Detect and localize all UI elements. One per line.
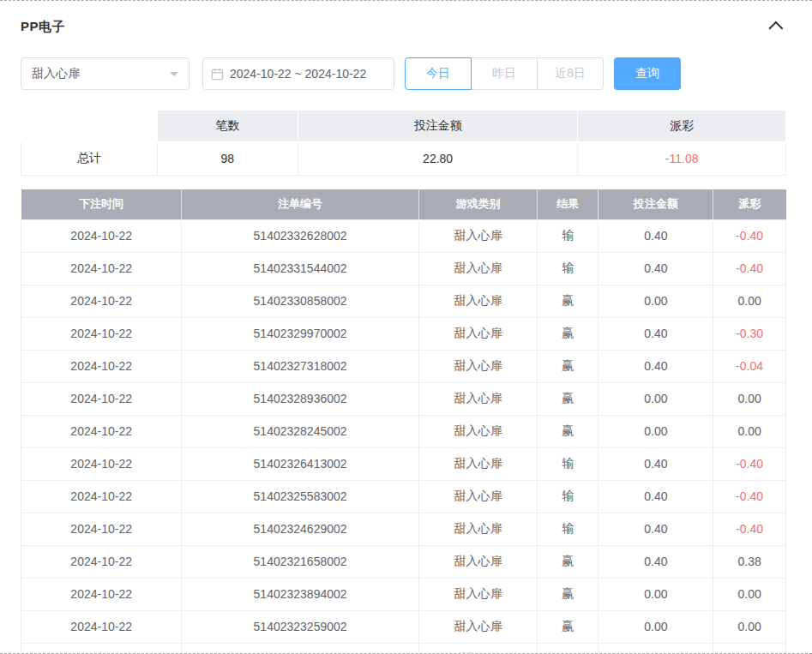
- summary-total-payout: -11.08: [578, 142, 786, 176]
- table-row: 2024-10-2251402321658002甜入心扉赢0.400.38: [21, 545, 786, 578]
- summary-header-row: 笔数 投注金额 派彩: [21, 111, 786, 142]
- cell-bet: 0.40: [598, 252, 713, 285]
- cell-game: 甜入心扉: [418, 415, 537, 447]
- quick-button-1[interactable]: 昨日: [471, 57, 538, 90]
- table-row: 2024-10-2251402328245002甜入心扉赢0.000.00: [21, 415, 786, 447]
- chevron-up-icon: [768, 21, 783, 36]
- column-header: 投注金额: [598, 189, 713, 219]
- cell-bet: [598, 643, 713, 654]
- cell-time: 2024-10-22: [21, 610, 182, 643]
- summary-total-row: 总计 98 22.80 -11.08: [21, 142, 786, 176]
- cell-game: 甜入心扉: [418, 252, 537, 285]
- cell-order: 51402329970002: [182, 317, 419, 350]
- cell-payout: -0.40: [713, 480, 786, 513]
- cell-game: 甜入心扉: [418, 610, 537, 643]
- cell-time: 2024-10-22: [21, 480, 182, 513]
- calendar-icon: [211, 68, 224, 81]
- cell-result: 赢: [538, 382, 598, 415]
- cell-result: 输: [538, 447, 598, 480]
- table-row: 2024-10-2251402326413002甜入心扉输0.40-0.40: [21, 447, 786, 480]
- cell-order: 51402325583002: [182, 480, 419, 513]
- cell-game: 甜入心扉: [418, 513, 537, 545]
- cell-order: 51402321658002: [182, 545, 419, 578]
- cell-game: 甜入心扉: [418, 480, 537, 513]
- quick-button-0[interactable]: 今日: [405, 57, 472, 90]
- cell-payout: -0.04: [713, 350, 786, 382]
- bets-table-header-row: 下注时间注单编号游戏类别结果投注金额派彩: [21, 189, 786, 219]
- summary-total-bet-amount: 22.80: [298, 142, 577, 176]
- game-select[interactable]: 甜入心扉: [21, 57, 189, 90]
- cell-game: 甜入心扉: [418, 317, 537, 350]
- cell-time: 2024-10-22: [21, 350, 182, 382]
- cell-time: 2024-10-22: [21, 513, 182, 545]
- cell-bet: 0.40: [598, 480, 713, 513]
- cell-payout: -0.40: [713, 219, 786, 252]
- cell-bet: 0.00: [598, 610, 713, 643]
- summary-header-blank: [21, 111, 158, 142]
- cell-game: 甜入心扉: [418, 578, 537, 610]
- table-row: 2024-10-2251402323259002甜入心扉赢0.000.00: [21, 610, 786, 643]
- table-row: 2024-10-2251402324629002甜入心扉输0.40-0.40: [21, 513, 786, 545]
- cell-game: 甜入心扉: [418, 285, 537, 317]
- table-row: 2024-10-2251402331544002甜入心扉输0.40-0.40: [21, 252, 786, 285]
- cell-bet: 0.40: [598, 317, 713, 350]
- cell-result: 赢: [538, 317, 598, 350]
- cell-payout: 0.00: [713, 382, 786, 415]
- cell-order: 51402330858002: [182, 285, 419, 317]
- cell-result: 输: [538, 252, 598, 285]
- cell-result: 输: [538, 219, 598, 252]
- collapse-button[interactable]: [769, 18, 786, 35]
- column-header: 游戏类别: [418, 189, 537, 219]
- summary-table: 笔数 投注金额 派彩 总计 98 22.80 -11.08: [21, 110, 786, 176]
- cell-order: 51402332628002: [182, 219, 419, 252]
- cell-payout: -0.40: [713, 447, 786, 480]
- query-button[interactable]: 查询: [614, 57, 681, 90]
- cell-order: 51402326413002: [182, 447, 419, 480]
- cell-payout: -0.30: [713, 317, 786, 350]
- cell-order: 51402328245002: [182, 415, 419, 447]
- cell-bet: 0.40: [598, 513, 713, 545]
- cell-time: 2024-10-22: [21, 219, 182, 252]
- cell-order: 51402323259002: [182, 610, 419, 643]
- cell-result: 赢: [538, 350, 598, 382]
- cell-time: 2024-10-22: [21, 317, 182, 350]
- cell-order: [182, 643, 419, 654]
- cell-game: 甜入心扉: [418, 643, 537, 654]
- cell-order: 51402324629002: [182, 513, 419, 545]
- cell-payout: 0.00: [713, 610, 786, 643]
- cell-result: 赢: [538, 285, 598, 317]
- table-row: 2024-10-2251402329970002甜入心扉赢0.40-0.30: [21, 317, 786, 350]
- summary-total-label: 总计: [21, 142, 158, 176]
- cell-bet: 0.40: [598, 545, 713, 578]
- cell-game: 甜入心扉: [418, 545, 537, 578]
- table-row: 2024-10-2251402323894002甜入心扉赢0.000.00: [21, 578, 786, 610]
- cell-result: 赢: [538, 578, 598, 610]
- quick-button-2[interactable]: 近8日: [537, 57, 604, 90]
- column-header: 下注时间: [21, 189, 182, 219]
- date-range-input[interactable]: 2024-10-22 ~ 2024-10-22: [202, 57, 394, 90]
- cell-result: 赢: [538, 415, 598, 447]
- pp-electronic-panel: PP电子 甜入心扉 2024-10-22 ~ 2024-10-22 今日昨日近8…: [0, 1, 812, 654]
- summary-header-payout: 派彩: [578, 111, 786, 142]
- table-row: 2024-10-2251402325583002甜入心扉输0.40-0.40: [21, 480, 786, 513]
- cell-bet: 0.00: [598, 415, 713, 447]
- summary-header-bet-amount: 投注金额: [298, 111, 577, 142]
- column-header: 结果: [538, 189, 598, 219]
- table-row: 2024-10-22甜入心扉: [21, 643, 786, 654]
- cell-bet: 0.40: [598, 350, 713, 382]
- table-row: 2024-10-2251402328936002甜入心扉赢0.000.00: [21, 382, 786, 415]
- cell-order: 51402328936002: [182, 382, 419, 415]
- table-row: 2024-10-2251402330858002甜入心扉赢0.000.00: [21, 285, 786, 317]
- bets-table: 下注时间注单编号游戏类别结果投注金额派彩 2024-10-22514023326…: [21, 189, 786, 654]
- cell-order: 51402323894002: [182, 578, 419, 610]
- cell-game: 甜入心扉: [418, 382, 537, 415]
- cell-bet: 0.40: [598, 219, 713, 252]
- summary-total-count: 98: [157, 142, 298, 176]
- chevron-down-icon: [170, 72, 178, 81]
- column-header: 派彩: [713, 189, 786, 219]
- cell-result: 赢: [538, 610, 598, 643]
- page-title: PP电子: [21, 19, 65, 35]
- table-row: 2024-10-2251402332628002甜入心扉输0.40-0.40: [21, 219, 786, 252]
- panel-header: PP电子: [21, 18, 786, 35]
- cell-result: 赢: [538, 545, 598, 578]
